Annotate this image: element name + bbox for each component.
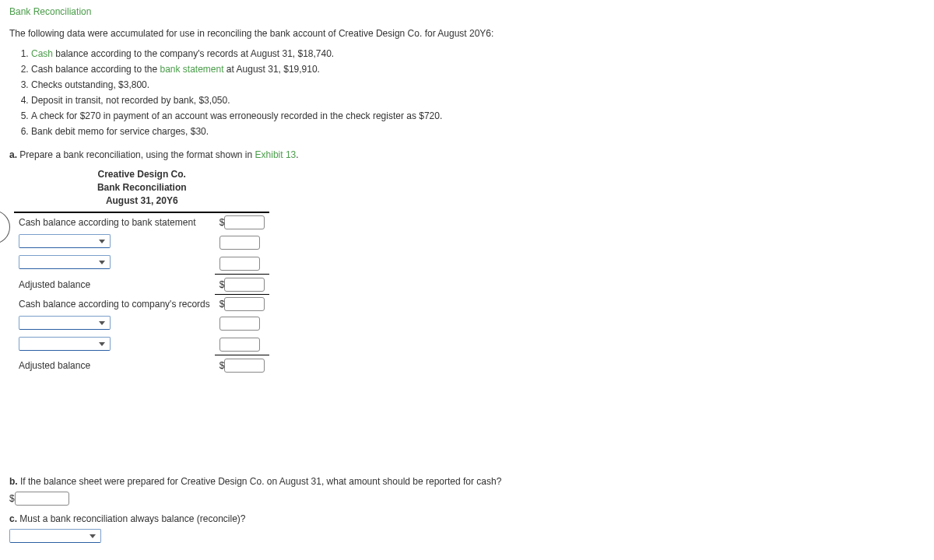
dollar-sign: $ [219, 360, 225, 371]
list-item: Checks outstanding, $3,800. [31, 78, 925, 92]
header-title: Bank Reconciliation [61, 181, 223, 194]
part-b-label: b. [9, 476, 18, 487]
dollar-sign: $ [219, 299, 225, 310]
row-bank-stmt-label: Cash balance according to bank statement [14, 213, 215, 232]
row-company-rec-label: Cash balance according to company's reco… [14, 294, 215, 313]
comp-adj2-dropdown[interactable] [19, 337, 111, 351]
bank-adj2-dropdown[interactable] [19, 255, 111, 269]
bank-statement-link[interactable]: bank statement [160, 64, 223, 75]
bank-adj1-amount-input[interactable] [219, 236, 260, 250]
comp-adj1-dropdown[interactable] [19, 316, 111, 330]
part-a-text: Prepare a bank reconciliation, using the… [17, 149, 255, 160]
bank-adj1-dropdown[interactable] [19, 234, 111, 248]
part-c-label: c. [9, 513, 17, 524]
list-text: Cash balance according to the [31, 64, 160, 75]
dollar-sign: $ [219, 279, 225, 290]
part-b-answer-row: $ [9, 492, 925, 506]
company-rec-amount-input[interactable] [224, 297, 265, 311]
bank-stmt-amount-input[interactable] [224, 215, 265, 229]
header-company: Creative Design Co. [61, 168, 223, 181]
part-c-dropdown[interactable] [9, 529, 101, 543]
intro-text: The following data were accumulated for … [9, 28, 925, 39]
comp-adj1-amount-input[interactable] [219, 317, 260, 331]
list-item: A check for $270 in payment of an accoun… [31, 109, 925, 123]
dollar-sign: $ [219, 217, 225, 228]
list-item: Cash balance according to the bank state… [31, 62, 925, 76]
part-a-label: a. [9, 149, 17, 160]
cash-link[interactable]: Cash [31, 48, 53, 59]
exhibit-link[interactable]: Exhibit 13 [255, 149, 297, 160]
part-a-text2: . [296, 149, 298, 160]
row-adj-bal-bank-label: Adjusted balance [14, 274, 215, 294]
part-c-text: Must a bank reconciliation always balanc… [17, 513, 245, 524]
comp-adj-balance-input[interactable] [224, 359, 265, 373]
list-item: Cash balance according to the company's … [31, 47, 925, 61]
page-title: Bank Reconciliation [9, 6, 925, 17]
data-list: Cash balance according to the company's … [9, 47, 925, 138]
recon-header: Creative Design Co. Bank Reconciliation … [14, 165, 269, 213]
header-date: August 31, 20Y6 [61, 194, 223, 208]
list-item: Deposit in transit, not recorded by bank… [31, 93, 925, 107]
feedback-tab[interactable] [0, 210, 10, 244]
list-item: Bank debit memo for service charges, $30… [31, 124, 925, 138]
part-c-prompt: c. Must a bank reconciliation always bal… [9, 513, 925, 524]
part-b-amount-input[interactable] [15, 492, 69, 506]
part-b-text: If the balance sheet were prepared for C… [18, 476, 502, 487]
list-text: at August 31, $19,910. [224, 64, 320, 75]
comp-adj2-amount-input[interactable] [219, 338, 260, 352]
row-adj-bal-comp-label: Adjusted balance [14, 355, 215, 376]
part-c-answer-row [9, 529, 925, 545]
reconciliation-table: Creative Design Co. Bank Reconciliation … [14, 165, 269, 375]
bank-adj-balance-input[interactable] [224, 278, 265, 292]
part-b-prompt: b. If the balance sheet were prepared fo… [9, 476, 925, 487]
list-text: balance according to the company's recor… [53, 48, 334, 59]
dollar-sign: $ [9, 493, 15, 504]
part-a-prompt: a. Prepare a bank reconciliation, using … [9, 149, 925, 160]
bank-adj2-amount-input[interactable] [219, 257, 260, 271]
